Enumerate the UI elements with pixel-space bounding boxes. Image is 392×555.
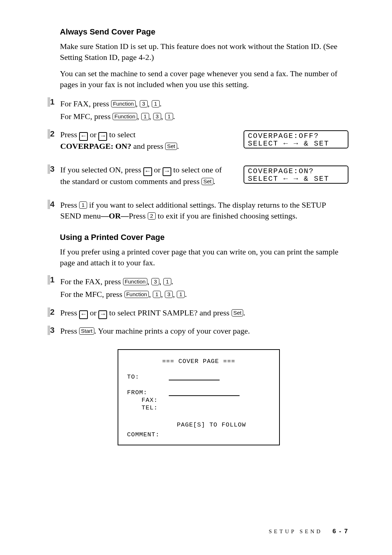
step-number-icon: 1 [49,97,57,107]
sample-pages-label: PAGE[S] TO FOLLOW [127,421,270,428]
text: For the MFC, press [60,290,124,299]
right-arrow-icon: → [98,132,107,141]
text: Press [60,130,79,139]
step-1: 1 For FAX, press Function, 3, 1. For MFC… [49,97,348,123]
left-arrow-icon: ← [79,310,88,319]
text: . Your machine prints a copy of your cov… [94,326,250,335]
key-1-icon: 1 [152,100,160,107]
key-3-icon: 3 [165,291,173,298]
para: If you prefer using a printed cover page… [60,246,348,268]
text: or [88,130,98,139]
blank-line [169,375,220,380]
set-key-icon: Set [232,309,244,317]
key-3-icon: 3 [140,100,148,107]
function-key-icon: Function [113,113,137,120]
set-key-icon: Set [201,178,213,185]
sample-comment-label: COMMENT: [127,431,270,438]
key-1-icon: 1 [165,113,173,120]
text: For FAX, press [60,99,111,108]
text: Press [60,308,79,317]
text: to select PRINT SAMPLE? and press [107,308,231,317]
function-key-icon: Function [123,278,148,285]
key-1-icon: 1 [141,113,149,120]
right-arrow-icon: → [163,167,171,176]
cover-page-sample: === COVER PAGE === TO: FROM: FAX: TEL: P… [118,349,280,445]
step-2: 2 Press ← or → to select PRINT SAMPLE? a… [49,307,348,319]
key-2-icon: 2 [148,212,156,220]
key-1-icon: 1 [177,291,185,298]
step-number-icon: 4 [49,200,57,209]
start-key-icon: Start [79,327,94,335]
key-1-icon: 1 [153,291,161,298]
step-number-icon: 3 [49,326,57,335]
text: Press [60,200,79,209]
step-number-icon: 3 [49,164,57,174]
left-arrow-icon: ← [143,167,152,176]
step-3: 3 Press Start. Your machine prints a cop… [49,326,348,336]
key-3-icon: 3 [151,278,159,285]
text: to select [107,130,135,139]
right-arrow-icon: → [98,310,107,319]
key-3-icon: 3 [153,113,161,120]
step-number-icon: 2 [49,129,57,139]
key-1-icon: 1 [163,278,171,285]
set-key-icon: Set [165,143,177,150]
lcd-display: COVERPAGE:OFF? SELECT ← → & SET [244,130,348,148]
footer-page-number: 6 - 7 [332,528,348,535]
step-number-icon: 1 [49,275,57,285]
text: For the FAX, press [60,277,123,286]
key-1-icon: 1 [79,201,87,209]
blank-line [169,390,240,396]
footer-section: SETUP SEND [269,529,323,534]
sample-title: === COVER PAGE === [127,358,270,365]
sample-from-label: FROM: [127,389,169,396]
function-key-icon: Function [111,100,136,107]
para: You can set the machine to send a cover … [60,68,348,90]
step-4: 4 Press 1 if you want to select addition… [49,200,348,222]
text: or [88,308,98,317]
text: Press [129,211,148,220]
step-3: 3 If you selected ON, press ← or → to se… [49,164,348,193]
heading-always-send: Always Send Cover Page [60,27,348,37]
step-1: 1 For the FAX, press Function, 3, 1. For… [49,275,348,301]
function-key-icon: Function [124,291,149,298]
heading-printed-cover: Using a Printed Cover Page [60,233,348,242]
sample-to-label: TO: [127,374,169,380]
page-footer: SETUP SEND 6 - 7 [269,528,349,535]
text-bold: —OR— [101,211,129,220]
text: If you selected ON, press [60,165,143,174]
lcd-display: COVERPAGE:ON? SELECT ← → & SET [244,166,348,184]
text-bold: COVERPAGE: ON? [60,142,131,151]
step-2: 2 Press ← or → to select COVERPAGE: ON? … [49,129,348,158]
text: or [152,165,163,174]
sample-fax-label: FAX: [127,397,183,404]
text: and press [131,142,165,151]
para: Make sure Station ID is set up. This fea… [60,41,348,62]
sample-tel-label: TEL: [127,404,183,411]
text: Press [60,326,79,335]
left-arrow-icon: ← [79,132,88,141]
step-number-icon: 2 [49,307,57,317]
text: to exit if you are finished choosing set… [156,211,297,220]
text: For MFC, press [60,112,113,121]
